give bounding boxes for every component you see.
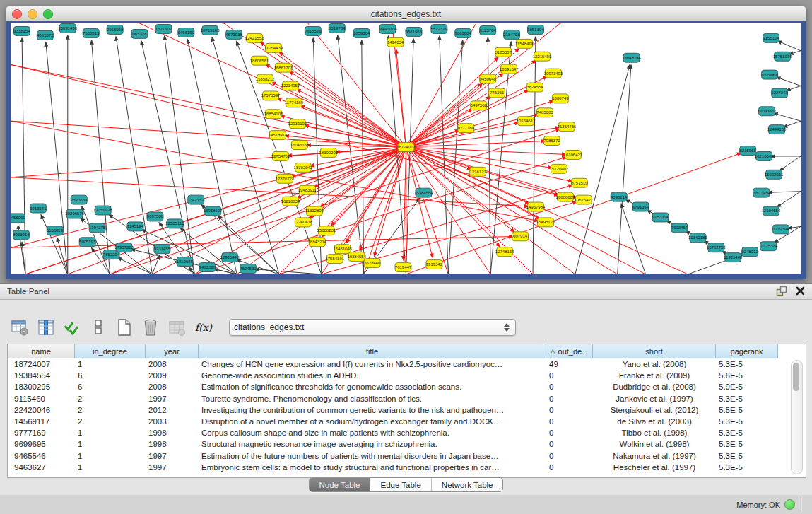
table-row[interactable]: 1830029562008Estimation of significance … — [8, 381, 806, 392]
graph-node[interactable]: 9861604 — [455, 28, 472, 37]
citation-edge-red[interactable] — [322, 147, 406, 237]
graph-node[interactable]: 19483911 — [298, 185, 317, 194]
graph-node[interactable]: 12505115 — [165, 219, 184, 228]
citation-edge-black[interactable] — [787, 86, 801, 90]
network-canvas-svg[interactable]: 1872400712421553112544391860656116861703… — [11, 23, 801, 274]
tab-network-table[interactable]: Network Table — [432, 478, 503, 491]
graph-node[interactable]: 18300295 — [319, 148, 338, 158]
column-header-out_degree[interactable]: △out_de... — [546, 344, 593, 358]
citation-edge-black[interactable] — [575, 64, 630, 274]
graph-node[interactable]: 10688609 — [556, 192, 575, 201]
graph-node[interactable]: 15608231 — [317, 226, 336, 235]
graph-node[interactable]: 15493123 — [536, 218, 555, 227]
citation-edge-black[interactable] — [783, 121, 801, 127]
citation-edge-black[interactable] — [488, 37, 490, 274]
citation-edge-black[interactable] — [141, 41, 195, 274]
show-column-button[interactable] — [36, 317, 56, 337]
graph-node[interactable]: 1794275 — [89, 223, 106, 233]
graph-node[interactable]: 1145194 — [127, 222, 144, 231]
graph-node[interactable]: 7623440 — [364, 259, 381, 268]
graph-node[interactable]: 14957984 — [526, 202, 546, 211]
graph-node[interactable]: 1851304 — [527, 25, 544, 34]
citation-edge-black[interactable] — [533, 37, 536, 274]
graph-node[interactable]: 9919342 — [426, 260, 443, 269]
citation-edge-black[interactable] — [116, 37, 152, 274]
citation-edge-black[interactable] — [46, 42, 68, 274]
delete-table-button-disabled[interactable] — [167, 317, 187, 337]
table-row[interactable]: 2242004622012Investigating the contribut… — [8, 404, 806, 416]
citation-edge-red[interactable] — [406, 90, 529, 147]
citation-edge-red[interactable] — [271, 82, 406, 147]
column-header-in_degree[interactable]: in_degree — [75, 344, 146, 358]
graph-node[interactable]: 12939102 — [288, 119, 307, 129]
graph-node[interactable]: 18843214 — [308, 238, 327, 247]
function-builder-button[interactable]: f(x) — [193, 317, 213, 337]
graph-node[interactable]: 15384554 — [414, 188, 433, 197]
graph-node[interactable]: 746266 — [489, 88, 505, 98]
graph-node[interactable]: 7710394 — [772, 225, 789, 234]
graph-node[interactable]: 8319704 — [329, 23, 346, 33]
graph-node[interactable]: 9231455 — [154, 245, 171, 254]
column-header-short[interactable]: short — [593, 344, 716, 358]
graph-node[interactable]: 7624501 — [240, 264, 257, 274]
graph-node[interactable]: 12093832 — [758, 107, 777, 116]
citation-edge-black[interactable] — [187, 40, 237, 274]
unselect-all-button[interactable] — [88, 317, 108, 337]
graph-node[interactable]: 17957223 — [114, 243, 134, 252]
graph-node[interactable]: 12444158 — [767, 125, 787, 134]
table-row[interactable]: 1938455462009Genome-wide association stu… — [8, 370, 806, 381]
graph-node[interactable]: 15692951 — [765, 170, 784, 179]
graph-node[interactable]: 16210643 — [755, 151, 774, 160]
graph-node[interactable]: 12754702 — [271, 151, 290, 160]
graph-node[interactable]: 16046168 — [290, 141, 310, 150]
graph-node[interactable]: 10391647 — [500, 64, 519, 74]
graph-node[interactable]: 5905193 — [79, 238, 96, 247]
graph-node[interactable]: 9561953 — [406, 27, 423, 36]
graph-node[interactable]: 11312803 — [305, 206, 324, 216]
graph-node[interactable]: 18724007 — [396, 143, 416, 152]
network-window-titlebar[interactable]: citations_edges.txt — [6, 6, 806, 22]
citation-edge-black[interactable] — [774, 113, 801, 121]
graph-node[interactable]: 2066950 — [107, 25, 124, 34]
table-row[interactable]: 911546021997Tourette syndrome. Phenomeno… — [8, 393, 806, 404]
graph-node[interactable]: 10513454 — [752, 188, 771, 197]
graph-node[interactable]: 10719185 — [201, 25, 220, 35]
graph-node[interactable]: 1080749 — [552, 94, 569, 103]
graph-node[interactable]: 6791354 — [632, 202, 649, 211]
graph-node[interactable]: 9777169 — [458, 124, 475, 133]
graph-node[interactable]: 15358212 — [256, 74, 275, 83]
table-row[interactable]: 1456911722003Disruption of a novel membe… — [8, 416, 806, 427]
graph-node[interactable]: 4671938 — [226, 30, 243, 39]
graph-node[interactable]: 7485083 — [536, 108, 553, 117]
graph-node[interactable]: 10775314 — [759, 242, 778, 251]
graph-node[interactable]: 8933014 — [13, 230, 30, 240]
table-row[interactable]: 946554611997Estimation of the future num… — [8, 450, 806, 462]
graph-node[interactable]: 7530513 — [83, 28, 100, 37]
graph-node[interactable]: 16782753 — [707, 243, 726, 252]
graph-node[interactable]: 9329966 — [761, 70, 778, 79]
graph-node[interactable]: 12104554 — [762, 206, 781, 216]
graph-node[interactable]: 16958107 — [204, 206, 223, 216]
graph-node[interactable]: 11774169 — [285, 98, 304, 107]
graph-node[interactable]: 12214957 — [281, 81, 300, 90]
citation-edge-red[interactable] — [139, 23, 406, 147]
graph-node[interactable]: 2184708 — [503, 30, 520, 39]
citation-edge-black[interactable] — [777, 192, 801, 207]
tab-node-table[interactable]: Node Table — [310, 478, 371, 491]
graph-node[interactable]: 12748154 — [495, 247, 514, 257]
graph-node[interactable]: 8105337 — [495, 47, 512, 57]
graph-node[interactable]: 12421553 — [245, 33, 264, 42]
citation-edge-black[interactable] — [338, 35, 364, 274]
graph-node[interactable]: 17359928 — [93, 206, 112, 215]
graph-node[interactable]: 18606561 — [250, 56, 269, 65]
column-header-title[interactable]: title — [199, 344, 546, 358]
graph-node[interactable]: 9227343 — [771, 88, 788, 98]
graph-node[interactable]: 7913454 — [671, 223, 688, 233]
graph-node[interactable]: 18302042 — [294, 163, 313, 172]
column-header-name[interactable]: name — [8, 344, 75, 358]
graph-node[interactable]: 1527602 — [155, 24, 172, 33]
citation-edge-red[interactable] — [396, 49, 406, 147]
graph-node[interactable]: 8751510 — [571, 178, 588, 187]
tab-edge-table[interactable]: Edge Table — [370, 478, 431, 491]
graph-node[interactable]: 17240418 — [294, 218, 313, 227]
